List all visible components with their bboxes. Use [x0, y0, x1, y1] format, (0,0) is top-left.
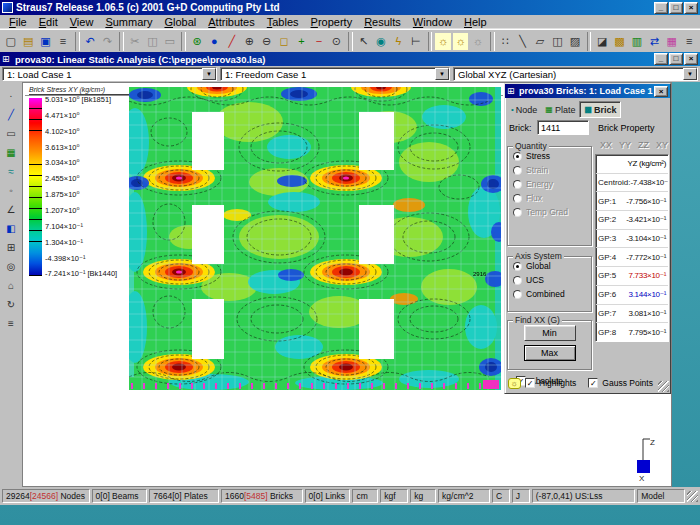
display-wireframe-icon[interactable]: ╲ — [514, 32, 531, 51]
doc-minimize-button[interactable]: _ — [654, 53, 668, 65]
select-edge-icon[interactable]: ∠ — [2, 201, 20, 219]
chevron-down-icon[interactable]: ▼ — [683, 68, 697, 80]
quantity-strain[interactable]: Strain — [513, 165, 591, 175]
radio-icon[interactable] — [513, 166, 522, 175]
select-polygon-icon[interactable]: ⌂ — [2, 277, 20, 295]
component-yy[interactable]: YY — [619, 140, 631, 150]
menu-summary[interactable]: Summary — [100, 16, 157, 28]
select-node-icon[interactable]: ∙ — [2, 87, 20, 105]
contour-plot-svg[interactable]: 2916 — [129, 87, 501, 390]
menu-view[interactable]: View — [65, 16, 99, 28]
select-circle-icon[interactable]: ◎ — [2, 258, 20, 276]
copy-icon[interactable]: ◫ — [144, 32, 161, 51]
menu-tables[interactable]: Tables — [262, 16, 304, 28]
document-titlebar[interactable]: ⊞ prova30: Linear Static Analysis (C:\pe… — [0, 52, 700, 66]
world-refresh-icon[interactable]: ◉ — [372, 32, 389, 51]
select-arrow-icon[interactable]: ↖ — [355, 32, 372, 51]
contour-plot[interactable]: 2916 — [129, 87, 501, 390]
quantity-flux[interactable]: Flux — [513, 193, 591, 203]
print-icon[interactable]: ≡ — [54, 32, 71, 51]
quantity-temp-grad[interactable]: Temp Grad — [513, 207, 591, 217]
menu-global[interactable]: Global — [159, 16, 201, 28]
radio-icon[interactable] — [513, 208, 522, 217]
scale-up-icon[interactable]: + — [293, 32, 310, 51]
draw-pen-icon[interactable]: ╱ — [223, 32, 240, 51]
animate-icon[interactable]: ⇄ — [646, 32, 663, 51]
display-solid-icon[interactable]: ▨ — [566, 32, 583, 51]
doc-close-button[interactable]: × — [684, 53, 698, 65]
show-entities-icon[interactable]: ⊛ — [188, 32, 205, 51]
minimize-button[interactable]: _ — [654, 2, 668, 14]
select-beam-icon[interactable]: ╱ — [2, 106, 20, 124]
menu-window[interactable]: Window — [408, 16, 457, 28]
component-xx[interactable]: XX — [600, 140, 612, 150]
tab-node[interactable]: • Node — [507, 101, 541, 118]
tab-plate[interactable]: ▦ Plate — [541, 101, 579, 118]
scale-down-icon[interactable]: − — [310, 32, 327, 51]
contour-settings-icon[interactable]: ◪ — [593, 32, 610, 51]
coord-system-combo[interactable]: Global XYZ (Cartesian) ▼ — [453, 67, 698, 81]
radio-icon[interactable] — [513, 290, 522, 299]
group-folder-icon[interactable]: ▩ — [611, 32, 628, 51]
radio-icon[interactable] — [513, 194, 522, 203]
redo-icon[interactable]: ↷ — [99, 32, 116, 51]
chevron-down-icon[interactable]: ▼ — [435, 68, 449, 80]
panel-close-button[interactable]: × — [654, 86, 668, 97]
paste-icon[interactable]: ▭ — [161, 32, 178, 51]
display-hidden-icon[interactable]: ◫ — [549, 32, 566, 51]
freedom-case-combo[interactable]: 1: Freedom Case 1 ▼ — [220, 67, 450, 81]
select-plate-icon[interactable]: ▭ — [2, 125, 20, 143]
new-file-icon[interactable]: ▢ — [2, 32, 19, 51]
select-face-icon[interactable]: ◧ — [2, 220, 20, 238]
light-front-icon[interactable]: ☼ — [434, 32, 451, 51]
component-xy[interactable]: XY — [656, 140, 668, 150]
brick-number-input[interactable] — [537, 120, 589, 135]
zoom-window-icon[interactable]: ◻ — [275, 32, 292, 51]
menu-edit[interactable]: Edit — [34, 16, 63, 28]
menu-help[interactable]: Help — [459, 16, 492, 28]
component-zz[interactable]: ZZ — [638, 140, 649, 150]
tab-brick[interactable]: ▩ Brick — [579, 101, 621, 118]
radio-icon[interactable] — [513, 180, 522, 189]
maximize-button[interactable]: □ — [669, 2, 683, 14]
zoom-in-icon[interactable]: ⊕ — [241, 32, 258, 51]
highlights-checkbox[interactable]: ✓ — [525, 378, 535, 388]
light-back-icon[interactable]: ☼ — [452, 32, 469, 51]
open-file-icon[interactable]: ▤ — [19, 32, 36, 51]
doc-restore-button[interactable]: □ — [669, 53, 683, 65]
gauss-points-checkbox[interactable]: ✓ — [588, 378, 598, 388]
brick-results-panel[interactable]: ⊞ prova30 Bricks: 1: Load Case 1 × • Nod… — [504, 83, 671, 394]
select-brick-icon[interactable]: ▦ — [2, 144, 20, 162]
axis-combined[interactable]: Combined — [513, 289, 591, 299]
load-case-combo[interactable]: 1: Load Case 1 ▼ — [2, 67, 217, 81]
probe-icon[interactable]: ⊢ — [407, 32, 424, 51]
zoom-out-icon[interactable]: ⊖ — [258, 32, 275, 51]
image-export-icon[interactable]: ▦ — [663, 32, 680, 51]
axis-global[interactable]: Global — [513, 261, 591, 271]
menu-results[interactable]: Results — [359, 16, 406, 28]
radio-icon[interactable] — [513, 152, 522, 161]
radio-icon[interactable] — [513, 262, 522, 271]
light-off-icon[interactable]: ☼ — [469, 32, 486, 51]
find-max-button[interactable]: Max — [524, 345, 576, 361]
select-vertex-icon[interactable]: ◦ — [2, 182, 20, 200]
quantity-energy[interactable]: Energy — [513, 179, 591, 189]
radio-icon[interactable] — [513, 276, 522, 285]
globe-display-icon[interactable]: ● — [206, 32, 223, 51]
panel-titlebar[interactable]: ⊞ prova30 Bricks: 1: Load Case 1 × — [505, 84, 670, 98]
save-file-icon[interactable]: ▣ — [37, 32, 54, 51]
app-titlebar[interactable]: Straus7 Release 1.06.5 (c) 2001 G+D Comp… — [0, 0, 700, 15]
select-cascade-icon[interactable]: ≡ — [2, 315, 20, 333]
close-button[interactable]: × — [684, 2, 698, 14]
display-points-icon[interactable]: ∷ — [497, 32, 514, 51]
select-link-icon[interactable]: ≈ — [2, 163, 20, 181]
axis-ucs[interactable]: UCS — [513, 275, 591, 285]
menu-file[interactable]: File — [4, 16, 32, 28]
report-list-icon[interactable]: ≡ — [680, 32, 697, 51]
quantity-stress[interactable]: Stress — [513, 151, 591, 161]
legend-bar-icon[interactable]: ▥ — [628, 32, 645, 51]
magnifier-icon[interactable]: ⊙ — [328, 32, 345, 51]
menu-attributes[interactable]: Attributes — [203, 16, 259, 28]
undo-icon[interactable]: ↶ — [82, 32, 99, 51]
display-outline-icon[interactable]: ▱ — [531, 32, 548, 51]
